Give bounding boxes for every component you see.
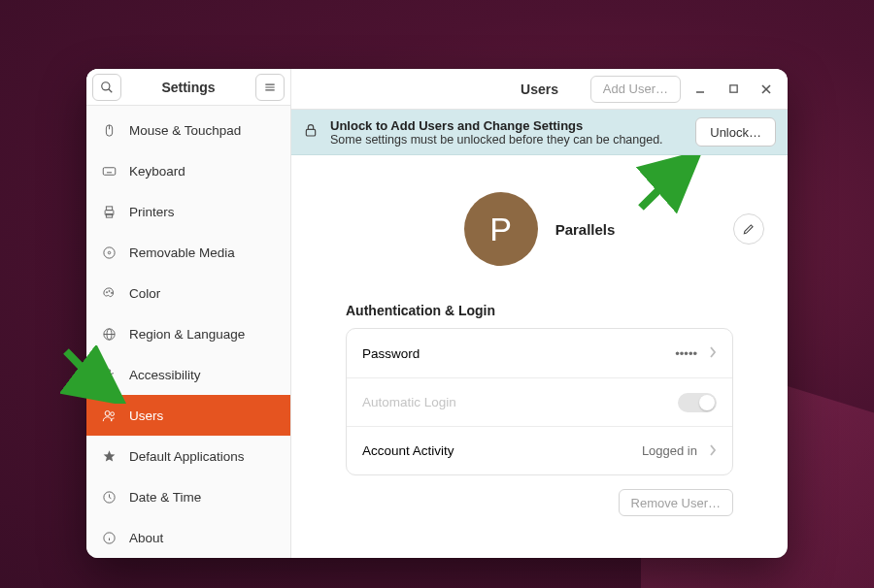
sidebar-item-label: Printers: [129, 205, 175, 219]
content-area: P Parallels Authentication & Login Passw…: [291, 155, 788, 558]
search-button[interactable]: [92, 74, 121, 101]
activity-value: Logged in: [642, 443, 697, 458]
clock-icon: [100, 490, 118, 505]
password-label: Password: [362, 346, 663, 361]
svg-point-16: [108, 251, 111, 254]
svg-rect-34: [306, 129, 315, 136]
sidebar-item-label: About: [129, 531, 163, 545]
activity-label: Account Activity: [362, 443, 630, 458]
info-icon: [100, 531, 118, 545]
sidebar-item-label: Accessibility: [129, 368, 201, 382]
sidebar-list: Mouse & Touchpad Keyboard Printers Remov…: [86, 106, 290, 558]
svg-point-15: [103, 246, 114, 257]
minimize-icon: [694, 83, 706, 95]
keyboard-icon: [100, 164, 118, 179]
banner-title: Unlock to Add Users and Change Settings: [330, 118, 684, 133]
sidebar-item-label: Default Applications: [129, 449, 245, 464]
sidebar-item-label: Date & Time: [129, 490, 201, 505]
svg-point-25: [110, 411, 114, 415]
svg-rect-7: [103, 167, 116, 175]
sidebar-header: Settings: [86, 69, 290, 106]
main-panel: Users Add User… Unlock to Add Users and …: [291, 69, 788, 558]
settings-window: Settings Mouse & Touchpad Keyboard Print…: [86, 69, 788, 558]
sidebar-item-label: Removable Media: [129, 245, 235, 260]
sidebar-item-label: Mouse & Touchpad: [129, 123, 241, 138]
svg-point-24: [105, 410, 110, 415]
close-icon: [760, 83, 772, 95]
automatic-login-row: Automatic Login: [347, 377, 732, 426]
chevron-right-icon: [709, 442, 717, 460]
svg-point-23: [108, 369, 111, 372]
svg-rect-13: [106, 206, 112, 210]
auto-login-label: Automatic Login: [362, 395, 666, 409]
hamburger-icon: [263, 81, 277, 94]
svg-point-17: [106, 291, 107, 292]
sidebar-item-region-language[interactable]: Region & Language: [86, 313, 290, 354]
color-icon: [100, 286, 118, 301]
maximize-icon: [728, 83, 739, 94]
auth-section-title: Authentication & Login: [346, 303, 733, 318]
globe-icon: [100, 327, 118, 342]
sidebar-item-printers[interactable]: Printers: [86, 191, 290, 232]
password-row[interactable]: Password •••••: [347, 329, 732, 377]
printer-icon: [100, 205, 118, 219]
sidebar-item-users[interactable]: Users: [86, 395, 290, 436]
auto-login-switch: [678, 393, 717, 412]
minimize-button[interactable]: [687, 76, 714, 103]
maximize-button[interactable]: [720, 76, 747, 103]
sidebar-item-accessibility[interactable]: Accessibility: [86, 354, 290, 395]
sidebar-title: Settings: [121, 80, 255, 95]
close-button[interactable]: [753, 76, 780, 103]
unlock-button[interactable]: Unlock…: [695, 117, 776, 147]
accessibility-icon: [100, 368, 118, 382]
add-user-button[interactable]: Add User…: [590, 76, 681, 103]
star-icon: [100, 449, 118, 464]
banner-text: Unlock to Add Users and Change Settings …: [330, 118, 684, 147]
sidebar-item-keyboard[interactable]: Keyboard: [86, 150, 290, 191]
sidebar-item-mouse[interactable]: Mouse & Touchpad: [86, 110, 290, 150]
sidebar: Settings Mouse & Touchpad Keyboard Print…: [86, 69, 291, 558]
sidebar-item-label: Users: [129, 408, 163, 423]
sidebar-item-removable-media[interactable]: Removable Media: [86, 232, 290, 273]
sidebar-item-label: Region & Language: [129, 327, 245, 342]
remove-user-wrap: Remove User…: [346, 489, 733, 516]
edit-user-button[interactable]: [733, 213, 764, 245]
svg-line-1: [109, 88, 113, 92]
users-icon: [100, 408, 118, 423]
avatar[interactable]: P: [464, 192, 538, 266]
main-header: Users Add User…: [291, 69, 788, 110]
sidebar-item-date-time[interactable]: Date & Time: [86, 476, 290, 517]
auth-rows: Password ••••• Automatic Login Account A…: [346, 328, 733, 475]
sidebar-item-label: Color: [129, 286, 160, 301]
svg-point-19: [111, 292, 112, 293]
svg-point-0: [102, 82, 110, 89]
chevron-right-icon: [709, 344, 717, 362]
sidebar-item-color[interactable]: Color: [86, 273, 290, 313]
svg-rect-14: [106, 213, 112, 217]
sidebar-item-label: Keyboard: [129, 164, 185, 179]
profile-block: P Parallels: [346, 192, 733, 266]
sidebar-item-default-apps[interactable]: Default Applications: [86, 436, 290, 476]
disc-icon: [100, 245, 118, 260]
remove-user-button[interactable]: Remove User…: [619, 489, 733, 516]
svg-point-18: [108, 290, 109, 291]
account-activity-row[interactable]: Account Activity Logged in: [347, 426, 732, 474]
mouse-icon: [100, 123, 118, 138]
unlock-banner: Unlock to Add Users and Change Settings …: [291, 110, 788, 155]
profile-name: Parallels: [555, 221, 616, 238]
password-value: •••••: [675, 346, 697, 361]
search-icon: [100, 81, 114, 94]
svg-rect-31: [729, 85, 736, 92]
lock-icon: [303, 122, 319, 142]
pencil-icon: [742, 222, 756, 236]
menu-button[interactable]: [255, 74, 285, 101]
banner-subtitle: Some settings must be unlocked before th…: [330, 133, 684, 147]
sidebar-item-about[interactable]: About: [86, 517, 290, 558]
